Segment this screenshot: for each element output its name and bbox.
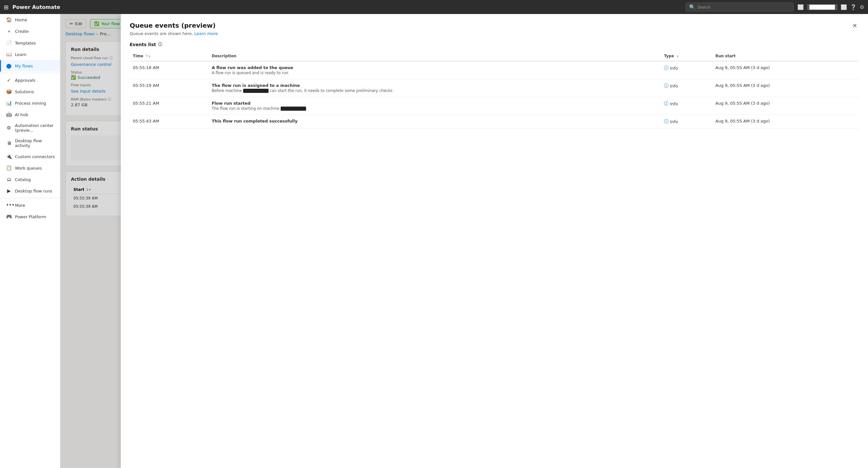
topbar-icon-3[interactable]: ❔ <box>850 4 857 10</box>
desc-cell: A flow run was added to the queue A flow… <box>209 61 661 79</box>
panel-subtitle: Queue events are shown here. Learn more <box>130 31 859 36</box>
topbar-actions: ⬜ ████████ ⬜ ❔ ⚙ <box>798 4 864 10</box>
sidebar-item-catalog[interactable]: 🗂 Catalog <box>0 174 60 185</box>
sidebar-item-label: Custom connectors <box>15 154 55 159</box>
close-button[interactable]: ✕ <box>850 22 859 30</box>
table-row: 05:55:19 AM The flow run is assigned to … <box>130 79 859 97</box>
topbar-icon-4[interactable]: ⚙ <box>860 4 864 10</box>
power-platform-icon: 🎮 <box>6 214 12 220</box>
run-start-cell: Aug 9, 05:55 AM (3 d ago) <box>712 79 859 97</box>
type-cell: ⓘ Info <box>661 79 712 97</box>
run-start-cell: Aug 9, 05:55 AM (3 d ago) <box>712 61 859 79</box>
type-cell: ⓘ Info <box>661 61 712 79</box>
col-run-start: Run start <box>712 51 859 61</box>
type-badge: ⓘ Info <box>664 119 709 124</box>
sidebar-item-label: Process mining <box>15 101 46 106</box>
run-start-cell: Aug 9, 05:55 AM (3 d ago) <box>712 97 859 115</box>
sidebar-item-label: More <box>15 203 25 208</box>
sidebar-item-create[interactable]: ＋ Create <box>0 25 60 37</box>
info-dot-icon: ⓘ <box>664 101 669 107</box>
sidebar-item-label: AI hub <box>15 112 28 117</box>
sidebar-item-desktop-flow-activity[interactable]: 🖥 Desktop flow activity <box>0 136 60 151</box>
home-icon: 🏠 <box>6 17 12 23</box>
sidebar-item-ai-hub[interactable]: 🤖 AI hub <box>0 109 60 120</box>
sidebar-item-label: Catalog <box>15 177 31 182</box>
sidebar-item-label: Desktop flow activity <box>15 138 55 148</box>
sidebar-item-label: Create <box>15 29 29 34</box>
sidebar-item-work-queues[interactable]: 📋 Work queues <box>0 162 60 174</box>
ai-hub-icon: 🤖 <box>6 112 12 117</box>
app-logo: Power Automate <box>12 4 682 10</box>
topbar: ⊞ Power Automate 🔍 ⬜ ████████ ⬜ ❔ ⚙ <box>0 0 868 14</box>
main-layout: 🏠 Home ＋ Create 📄 Templates 📖 Learn ⬤ My… <box>0 14 868 468</box>
more-icon: ••• <box>6 202 12 208</box>
sidebar-item-learn[interactable]: 📖 Learn <box>0 49 60 60</box>
col-time[interactable]: Time ↑↓ <box>130 51 209 61</box>
sidebar-item-custom-connectors[interactable]: 🔌 Custom connectors <box>0 151 60 162</box>
desktop-flow-activity-icon: 🖥 <box>6 140 12 146</box>
sidebar: 🏠 Home ＋ Create 📄 Templates 📖 Learn ⬤ My… <box>0 14 60 468</box>
work-queues-icon: 📋 <box>6 165 12 171</box>
sidebar-item-approvals[interactable]: ✓ Approvals <box>0 75 60 86</box>
learn-more-link[interactable]: Learn more <box>194 31 218 36</box>
sidebar-item-label: Home <box>15 18 27 22</box>
sidebar-item-label: Templates <box>15 41 36 46</box>
sidebar-item-more[interactable]: ••• More <box>0 200 60 211</box>
learn-icon: 📖 <box>6 52 12 57</box>
sidebar-item-home[interactable]: 🏠 Home <box>0 14 60 25</box>
sidebar-item-label: Work queues <box>15 166 42 171</box>
time-cell: 05:55:21 AM <box>130 97 209 115</box>
templates-icon: 📄 <box>6 40 12 46</box>
desc-cell: The flow run is assigned to a machine Be… <box>209 79 661 97</box>
desc-cell: Flow run started The flow run is startin… <box>209 97 661 115</box>
search-input[interactable] <box>697 5 790 9</box>
info-dot-icon: ⓘ <box>664 65 669 71</box>
info-dot-icon: ⓘ <box>664 119 669 124</box>
grid-icon[interactable]: ⊞ <box>4 4 8 10</box>
queue-events-panel: Queue events (preview) ✕ Queue events ar… <box>121 14 868 468</box>
panel-overlay: Queue events (preview) ✕ Queue events ar… <box>60 14 868 468</box>
time-cell: 05:55:43 AM <box>130 115 209 128</box>
col-type[interactable]: Type ↓ <box>661 51 712 61</box>
user-name: ████████ <box>807 4 837 10</box>
table-row: 05:55:18 AM A flow run was added to the … <box>130 61 859 79</box>
catalog-icon: 🗂 <box>6 177 12 182</box>
sidebar-item-my-flows[interactable]: ⬤ My flows <box>0 60 60 71</box>
search-box: 🔍 <box>686 3 794 12</box>
custom-connectors-icon: 🔌 <box>6 154 12 159</box>
desktop-flow-runs-icon: ▶ <box>6 188 12 194</box>
type-cell: ⓘ Info <box>661 115 712 128</box>
search-icon: 🔍 <box>689 4 695 10</box>
run-start-cell: Aug 9, 05:55 AM (3 d ago) <box>712 115 859 128</box>
redacted-text <box>281 107 306 111</box>
sidebar-item-label: Approvals <box>15 78 35 83</box>
table-row: 05:55:21 AM Flow run started The flow ru… <box>130 97 859 115</box>
topbar-icon-1[interactable]: ⬜ <box>798 4 804 10</box>
sort-icon: ↓ <box>676 54 679 58</box>
events-list-title: Events list ⓘ <box>130 42 859 48</box>
sidebar-item-process-mining[interactable]: 📊 Process mining <box>0 97 60 109</box>
events-table: Time ↑↓ Description Type ↓ Run <box>130 51 859 128</box>
panel-header: Queue events (preview) ✕ <box>130 22 859 30</box>
type-badge: ⓘ Info <box>664 101 709 107</box>
sidebar-item-label: Learn <box>15 52 26 57</box>
desc-cell: This flow run completed successfully <box>209 115 661 128</box>
sidebar-item-label: Power Platform <box>15 214 46 219</box>
col-description: Description <box>209 51 661 61</box>
desc-sub-row2: Before machine can start the run, it nee… <box>212 88 658 93</box>
process-mining-icon: 📊 <box>6 100 12 106</box>
topbar-icon-2[interactable]: ⬜ <box>841 4 847 10</box>
sidebar-item-templates[interactable]: 📄 Templates <box>0 37 60 49</box>
sidebar-item-desktop-flow-runs[interactable]: ▶ Desktop flow runs <box>0 185 60 197</box>
sidebar-item-power-platform[interactable]: 🎮 Power Platform <box>0 211 60 223</box>
sidebar-item-automation-center[interactable]: ⚙ Automation center (previe... <box>0 120 60 136</box>
time-cell: 05:55:19 AM <box>130 79 209 97</box>
time-cell: 05:55:18 AM <box>130 61 209 79</box>
sidebar-item-label: Solutions <box>15 89 34 94</box>
sidebar-item-label: My flows <box>15 64 33 68</box>
desc-sub-row3: The flow run is starting on machine <box>212 106 658 111</box>
sort-icon: ↑↓ <box>146 54 151 58</box>
panel-title: Queue events (preview) <box>130 22 216 29</box>
events-list-info-icon[interactable]: ⓘ <box>158 42 162 48</box>
sidebar-item-solutions[interactable]: 📦 Solutions <box>0 86 60 97</box>
